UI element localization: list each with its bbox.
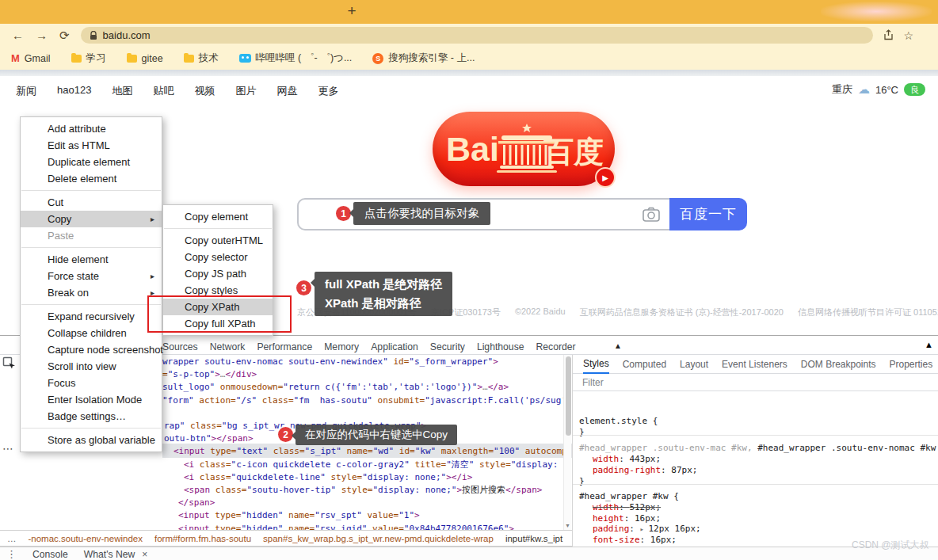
nav-link[interactable]: 网盘 bbox=[276, 84, 297, 98]
weather-widget[interactable]: 重庆 ☁ 16°C 良 bbox=[832, 82, 925, 97]
share-icon[interactable] bbox=[883, 29, 894, 42]
new-tab-button[interactable]: + bbox=[342, 2, 361, 21]
address-bar[interactable]: baidu.com bbox=[81, 27, 873, 44]
menu-item-hide-element[interactable]: Hide element bbox=[21, 251, 162, 268]
devtools-tab[interactable]: Sources bbox=[162, 341, 198, 352]
dom-tree-line[interactable]: <i class="c-icon quickdelete c-color-gra… bbox=[184, 459, 564, 471]
dom-tree-line[interactable]: <input type="hidden" name="rsv_spt" valu… bbox=[178, 509, 420, 522]
tooltip-line: XPath 是相对路径 bbox=[325, 294, 442, 313]
devtools-tab[interactable]: Memory bbox=[324, 341, 359, 352]
breadcrumb-overflow-icon[interactable]: … bbox=[7, 534, 17, 543]
dom-tree-line[interactable]: sult_logo" onmousedown="return c({'fm':'… bbox=[162, 381, 509, 394]
dom-tree-line[interactable]: </span> bbox=[178, 497, 215, 509]
dom-tree-scrollbar[interactable]: ▼ bbox=[563, 355, 571, 530]
bookmark-folder-study[interactable]: 学习 bbox=[71, 51, 106, 65]
dom-tree-line[interactable]: "form" action="/s" class="fm has-soutu" … bbox=[162, 394, 564, 407]
css-declaration[interactable]: font-size: 16px; bbox=[579, 535, 701, 546]
menu-item-duplicate-element[interactable]: Duplicate element bbox=[21, 154, 162, 170]
back-button[interactable]: ← bbox=[12, 29, 24, 41]
breadcrumb-item[interactable]: -nomac.soutu-env-newindex bbox=[29, 534, 143, 543]
menu-item-add-attribute[interactable]: Add attribute bbox=[21, 120, 162, 137]
tab-layout[interactable]: Layout bbox=[680, 359, 708, 370]
forward-button[interactable]: → bbox=[36, 29, 48, 41]
dom-tree-line[interactable]: <input type="hidden" name="rsv_iqid" val… bbox=[178, 523, 514, 530]
tab-computed[interactable]: Computed bbox=[623, 359, 666, 370]
menu-item-copy[interactable]: Copy▸ bbox=[21, 211, 162, 227]
menu-item-expand-recursively[interactable]: Expand recursively bbox=[21, 308, 162, 325]
bookmark-folder-tech[interactable]: 技术 bbox=[184, 51, 219, 65]
bookmark-star-icon[interactable]: ☆ bbox=[904, 30, 914, 41]
nav-link[interactable]: hao123 bbox=[57, 84, 91, 98]
css-declaration[interactable]: width: 443px; bbox=[579, 454, 697, 465]
reload-button[interactable]: ⟳ bbox=[59, 29, 70, 41]
breadcrumb-item-current[interactable]: input#kw.s_ipt bbox=[505, 534, 562, 543]
devtools-tab[interactable]: Performance bbox=[257, 341, 312, 352]
code-token: <input bbox=[173, 446, 205, 456]
css-declaration[interactable]: padding: ▸ 12px 16px; bbox=[579, 524, 701, 535]
devtools-tab[interactable]: Security bbox=[430, 341, 465, 352]
menu-item-badge-settings-[interactable]: Badge settings… bbox=[21, 408, 162, 425]
breadcrumb-item[interactable]: form#form.fm.has-soutu bbox=[154, 534, 251, 543]
devtools-tab[interactable]: Lighthouse bbox=[477, 341, 524, 352]
devtools-tab[interactable]: Recorder bbox=[536, 341, 576, 352]
baidu-logo[interactable]: Bai 百度 ▶ bbox=[433, 112, 615, 186]
menu-item-collapse-children[interactable]: Collapse children bbox=[21, 325, 162, 341]
drawer-menu-icon[interactable]: ⋮ bbox=[6, 548, 17, 560]
menu-item-copy-selector[interactable]: Copy selector bbox=[163, 249, 273, 265]
dom-tree-line[interactable]: <span class="soutu-hover-tip" style="dis… bbox=[184, 484, 542, 497]
css-selector[interactable]: element.style { bbox=[579, 416, 658, 426]
bookmark-sogou[interactable]: S搜狗搜索引擎 - 上... bbox=[372, 51, 475, 65]
whats-new-close-icon[interactable]: × bbox=[142, 549, 147, 560]
dom-tree-line[interactable]: <i class="quickdelete-line" style="displ… bbox=[184, 471, 472, 484]
menu-item-copy-js-path[interactable]: Copy JS path bbox=[163, 265, 273, 282]
devtools-tab[interactable]: Network bbox=[210, 341, 246, 352]
menu-item-force-state[interactable]: Force state▸ bbox=[21, 268, 162, 284]
css-declaration[interactable]: width: 512px; bbox=[579, 502, 701, 513]
menu-item-scroll-into-view[interactable]: Scroll into view bbox=[21, 358, 162, 375]
tab-properties[interactable]: Properties bbox=[890, 359, 933, 370]
panel-corner-icon[interactable]: ▲ bbox=[925, 340, 933, 349]
menu-item-enter-isolation-mode[interactable]: Enter Isolation Mode bbox=[21, 391, 162, 408]
css-declaration[interactable]: height: 16px; bbox=[579, 513, 701, 524]
menu-item-edit-as-html[interactable]: Edit as HTML bbox=[21, 137, 162, 154]
dom-tree-line[interactable]: ="s-p-top">…</div> bbox=[162, 368, 257, 381]
css-selector[interactable]: #head_wrapper .soutu-env-mac #kw, #head_… bbox=[579, 443, 938, 453]
menu-item-store-as-global-variable[interactable]: Store as global variable bbox=[21, 432, 162, 448]
menu-item-copy-element[interactable]: Copy element bbox=[163, 208, 273, 225]
menu-item-delete-element[interactable]: Delete element bbox=[21, 170, 162, 187]
scrollbar-thumb[interactable] bbox=[566, 356, 571, 436]
nav-link[interactable]: 视频 bbox=[194, 84, 215, 98]
search-button[interactable]: 百度一下 bbox=[669, 198, 747, 230]
tab-event-listeners[interactable]: Event Listeners bbox=[722, 359, 787, 370]
nav-link[interactable]: 更多 bbox=[318, 84, 338, 98]
menu-item-copy-outerhtml[interactable]: Copy outerHTML bbox=[163, 232, 273, 249]
scrollbar-down-icon[interactable]: ▼ bbox=[565, 523, 570, 528]
css-selector[interactable]: #head_wrapper #kw { bbox=[579, 491, 679, 501]
camera-search-icon[interactable] bbox=[642, 207, 660, 223]
menu-item-paste[interactable]: Paste bbox=[21, 227, 162, 244]
nav-link[interactable]: 贴吧 bbox=[153, 84, 173, 98]
menu-item-break-on[interactable]: Break on▸ bbox=[21, 284, 162, 301]
tab-dom-breakpoints[interactable]: DOM Breakpoints bbox=[801, 359, 876, 370]
css-declaration[interactable]: padding-right: 87px; bbox=[579, 465, 697, 476]
inspect-element-icon[interactable] bbox=[2, 356, 17, 371]
nav-link[interactable]: 图片 bbox=[235, 84, 256, 98]
logo-play-button[interactable]: ▶ bbox=[595, 167, 616, 188]
menu-item-focus[interactable]: Focus bbox=[21, 375, 162, 391]
tab-styles[interactable]: Styles bbox=[583, 355, 609, 374]
styles-filter-row[interactable]: Filter bbox=[573, 374, 938, 391]
nav-link[interactable]: 地图 bbox=[112, 84, 132, 98]
dom-tree-line-selected[interactable]: <input type="text" class="s_ipt" name="w… bbox=[173, 445, 564, 458]
nav-link[interactable]: 新闻 bbox=[16, 84, 36, 98]
drawer-tab-whats-new[interactable]: What's New bbox=[84, 549, 135, 560]
bookmark-bilibili[interactable]: 哔哩哔哩 ( ゜- ゜)つ... bbox=[239, 51, 353, 65]
dom-tree-line[interactable]: wrapper soutu-env-nomac soutu-env-newind… bbox=[162, 356, 498, 368]
menu-item-capture-node-screenshot[interactable]: Capture node screenshot bbox=[21, 341, 162, 358]
bookmark-gmail[interactable]: MGmail bbox=[11, 52, 51, 64]
menu-item-cut[interactable]: Cut bbox=[21, 194, 162, 211]
dom-tree-line[interactable]: outu-btn"></span> bbox=[164, 432, 254, 445]
drawer-tab-console[interactable]: Console bbox=[32, 549, 68, 560]
devtools-tab[interactable]: Application bbox=[371, 341, 418, 352]
bookmark-folder-gitee[interactable]: gitee bbox=[127, 53, 163, 64]
breadcrumb-item[interactable]: span#s_kw_wrap.bg.s_ipt_wr.new-pmd.quick… bbox=[263, 534, 494, 543]
